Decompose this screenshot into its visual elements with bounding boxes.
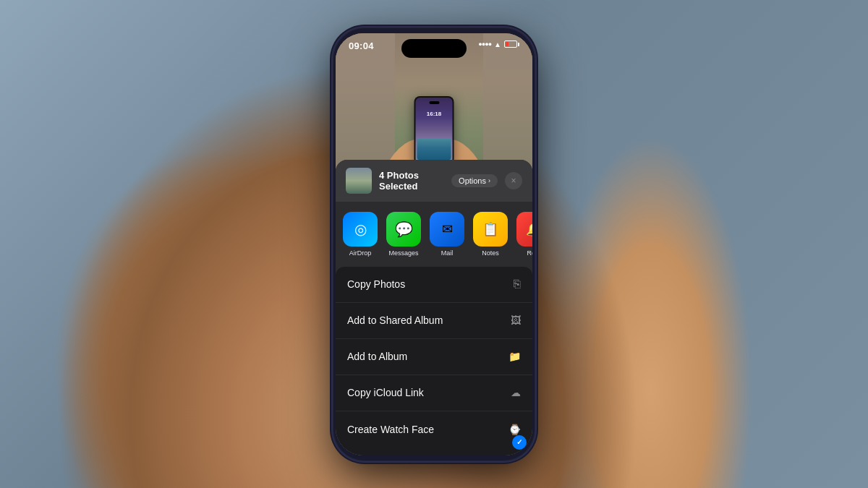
inner-phone: 16:18 xyxy=(414,96,454,165)
app-icon-mail[interactable]: ✉ Mail xyxy=(430,212,464,257)
add-shared-album-label: Add to Shared Album xyxy=(347,314,443,326)
wifi-icon: ▲ xyxy=(494,40,501,48)
action-list: Copy Photos ⎘ Add to Shared Album 🖼 Add … xyxy=(336,267,532,455)
chevron-right-icon: › xyxy=(488,177,490,184)
inner-phone-wave-image xyxy=(417,138,451,160)
messages-icon: 💬 xyxy=(386,212,421,247)
mail-icon: ✉ xyxy=(430,212,464,247)
status-time: 09:04 xyxy=(349,40,374,51)
add-album-icon: 📁 xyxy=(509,351,521,362)
scene: 09:04 ●●●● ▲ xyxy=(0,0,868,488)
airdrop-label: AirDrop xyxy=(349,249,372,257)
action-copy-icloud-link[interactable]: Copy iCloud Link ☁ xyxy=(336,375,532,411)
mail-label: Mail xyxy=(441,249,454,257)
add-shared-album-icon: 🖼 xyxy=(511,314,521,326)
notes-label: Notes xyxy=(482,249,499,257)
options-label: Options xyxy=(459,176,486,185)
app-icon-notes[interactable]: 📋 Notes xyxy=(473,212,508,257)
reminders-icon: 🔔 xyxy=(516,212,532,247)
copy-icloud-link-icon: ☁ xyxy=(511,387,521,398)
copy-icloud-link-label: Copy iCloud Link xyxy=(347,387,424,398)
airdrop-icon: ◎ xyxy=(343,212,378,247)
phone-screen: 09:04 ●●●● ▲ xyxy=(336,33,532,455)
action-add-shared-album[interactable]: Add to Shared Album 🖼 xyxy=(336,303,532,339)
share-thumbnail xyxy=(346,168,372,194)
action-add-album[interactable]: Add to Album 📁 xyxy=(336,339,532,375)
dynamic-island xyxy=(401,39,467,58)
share-header: 4 Photos Selected Options › × xyxy=(336,160,532,202)
copy-photos-icon: ⎘ xyxy=(514,278,521,291)
selected-checkmark: ✓ xyxy=(512,435,527,450)
copy-photos-label: Copy Photos xyxy=(347,278,405,290)
inner-phone-screen: 16:18 xyxy=(416,98,453,163)
share-title: 4 Photos Selected xyxy=(379,170,444,192)
create-watch-face-label: Create Watch Face xyxy=(347,424,434,435)
app-icons-row: ◎ AirDrop 💬 Messages ✉ Mai xyxy=(336,202,532,267)
app-icon-reminders[interactable]: 🔔 Re... xyxy=(516,212,532,257)
app-icon-messages[interactable]: 💬 Messages xyxy=(386,212,421,257)
action-copy-photos[interactable]: Copy Photos ⎘ xyxy=(336,267,532,303)
inner-phone-notch xyxy=(429,101,439,104)
status-icons: ●●●● ▲ xyxy=(478,40,519,48)
app-icon-airdrop[interactable]: ◎ AirDrop xyxy=(343,212,378,257)
signal-icon: ●●●● xyxy=(478,40,491,48)
notes-icon: 📋 xyxy=(473,212,508,247)
close-icon: × xyxy=(511,176,516,186)
messages-label: Messages xyxy=(388,249,418,257)
options-button[interactable]: Options › xyxy=(451,174,498,187)
phone-device: 09:04 ●●●● ▲ xyxy=(333,27,535,461)
inner-phone-time: 16:18 xyxy=(427,111,441,117)
share-thumbnail-image xyxy=(346,168,372,194)
add-album-label: Add to Album xyxy=(347,351,407,362)
share-title-group: 4 Photos Selected xyxy=(379,170,444,192)
close-button[interactable]: × xyxy=(505,172,522,189)
battery-icon xyxy=(504,40,519,48)
reminders-label: Re... xyxy=(527,249,532,257)
share-sheet: 4 Photos Selected Options › × ◎ xyxy=(336,160,532,455)
create-watch-face-icon: ⌚ xyxy=(509,424,521,435)
action-create-watch-face[interactable]: Create Watch Face ⌚ xyxy=(336,411,532,448)
